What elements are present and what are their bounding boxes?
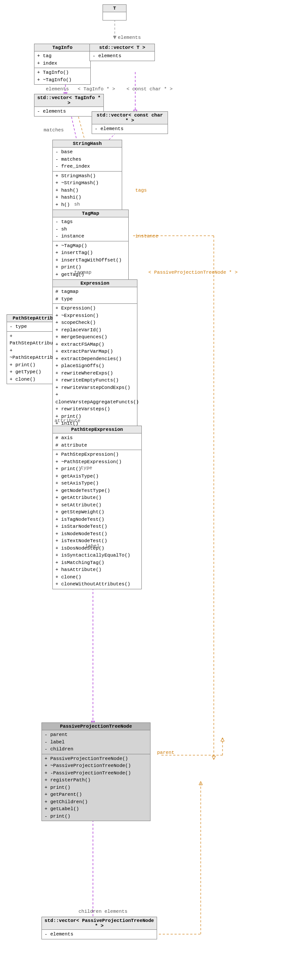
stdVectorT-box: std::vector< T > - elements (89, 44, 155, 61)
stdVectorPassivePtr-header: std::vector< PassiveProjectionTreeNode *… (42, 917, 157, 930)
instance-label: instance (135, 234, 158, 239)
lt-const-char-label: < const char * > (127, 86, 173, 92)
TagMap-attrs: - tags - sh - instance (53, 217, 128, 241)
attribute-label: attribute (55, 418, 80, 423)
type-label: type (81, 465, 92, 471)
StringHash-attrs: - base - matches - free_index (53, 148, 122, 172)
PassiveProjectionTreeNode-methods: + PassiveProjectionTreeNode() + ~Passive… (42, 754, 150, 821)
PassiveProjectionTreeNode-header: PassiveProjectionTreeNode (42, 723, 150, 730)
PassiveProjectionTreeNode-box: PassiveProjectionTreeNode - parent - lab… (41, 722, 151, 821)
elements-taginfo-label: elements (46, 86, 69, 92)
children-elements-label: children elements (79, 909, 127, 914)
T-section (103, 12, 126, 20)
TagInfo-attrs: + tag + index (34, 52, 90, 68)
PathStepExpression-attrs: # axis # attribute (53, 433, 141, 450)
matches-label: matches (44, 127, 64, 133)
label-arrow-label: label (85, 543, 99, 549)
TagInfo-header: TagInfo (34, 44, 90, 52)
stdVectorTagInfoPtr-header: std::vector< TagInfo * > (34, 94, 103, 107)
stdVectorPassivePtr-attrs: - elements (42, 930, 157, 939)
svg-marker-34 (199, 781, 202, 785)
stdVectorConstCharPtr-header: std::vector< const char * > (92, 112, 168, 124)
stdVectorT-header: std::vector< T > (90, 44, 154, 52)
parent-label: parent (157, 750, 175, 755)
arrows-svg (0, 0, 298, 980)
Expression-header: Expression (53, 280, 137, 287)
stdVectorPassivePtr-box: std::vector< PassiveProjectionTreeNode *… (41, 917, 157, 939)
PassiveProjectionTreeNode-attrs: - parent - label - children (42, 730, 150, 754)
T-box: T (103, 4, 127, 21)
elements-top-label: elements (118, 35, 141, 40)
lt-taginfo-gt-label: < TagInfo * > (78, 86, 115, 92)
StringHash-box: StringHash - base - matches - free_index… (52, 140, 122, 217)
diagram-container: T elements TagInfo + tag + index + TagIn… (0, 0, 298, 980)
tags-label: tags (135, 188, 147, 193)
PathStepExpression-box: PathStepExpression # axis # attribute + … (52, 426, 142, 589)
stdVectorConstCharPtr-attrs: - elements (92, 124, 168, 134)
svg-marker-1 (113, 36, 116, 39)
T-header: T (103, 5, 126, 12)
svg-marker-29 (221, 738, 224, 741)
TagInfo-box: TagInfo + tag + index + TagInfo() + ~Tag… (34, 44, 91, 85)
tagmap-label: tagmap (74, 270, 92, 275)
PathStepExpression-header: PathStepExpression (53, 426, 141, 433)
Expression-attrs: # tagmap # type (53, 287, 137, 304)
PathStepExpression-methods: + PathStepExpression() + ~PathStepExpres… (53, 450, 141, 589)
stdVectorT-attrs: - elements (90, 52, 154, 61)
StringHash-header: StringHash (53, 140, 122, 148)
sh-label: sh (74, 202, 80, 207)
TagInfo-methods: + TagInfo() + ~TagInfo() (34, 68, 90, 84)
TagMap-header: TagMap (53, 210, 128, 217)
svg-marker-20 (212, 756, 216, 760)
lt-passive-label: < PassiveProjectionTreeNode * > (148, 270, 238, 275)
stdVectorConstCharPtr-box: std::vector< const char * > - elements (92, 111, 168, 134)
